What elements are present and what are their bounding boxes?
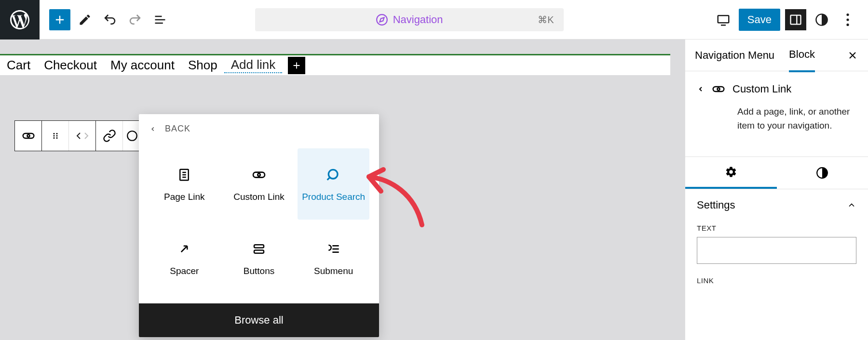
tab-block[interactable]: Block (789, 39, 815, 72)
command-center-label: Navigation (393, 13, 443, 26)
block-product-search[interactable]: Product Search (298, 148, 369, 220)
settings-tab[interactable] (685, 157, 777, 189)
svg-rect-27 (254, 250, 264, 253)
block-breadcrumb[interactable]: Custom Link (697, 82, 856, 96)
styles-button[interactable] (811, 9, 832, 30)
navigation-block[interactable]: Cart Checkout My account Shop Add link (0, 54, 670, 75)
chevrons-icon (75, 131, 90, 141)
command-center-shortcut: ⌘K (538, 14, 554, 26)
svg-point-10 (27, 135, 29, 137)
block-custom-link[interactable]: Custom Link (223, 148, 295, 220)
move-buttons[interactable] (69, 121, 96, 151)
settings-panel-toggle[interactable] (785, 9, 806, 30)
edit-tool-button[interactable] (74, 9, 95, 30)
left-tools (40, 9, 180, 30)
svg-rect-3 (790, 15, 800, 24)
document-overview-button[interactable] (149, 9, 171, 30)
drag-handle[interactable] (42, 121, 69, 151)
nav-item-checkout[interactable]: Checkout (37, 58, 104, 73)
block-toolbar (14, 120, 143, 151)
custom-link-icon (21, 129, 36, 143)
plus-icon (53, 13, 67, 26)
buttons-icon (252, 242, 266, 256)
styles-tab[interactable] (777, 157, 868, 189)
block-label: Buttons (244, 265, 274, 277)
page-icon (177, 168, 191, 182)
block-label: Product Search (302, 191, 365, 203)
chevron-left-icon (149, 126, 156, 132)
block-label: Page Link (164, 191, 205, 203)
submenu-icon (126, 130, 138, 142)
right-tools: Save (713, 9, 868, 31)
sidebar-icon (789, 13, 802, 26)
search-icon (326, 167, 341, 183)
nav-item-account[interactable]: My account (104, 58, 181, 73)
close-sidebar-button[interactable] (847, 50, 858, 61)
svg-point-12 (56, 133, 57, 134)
nav-item-cart[interactable]: Cart (0, 58, 37, 73)
options-menu-button[interactable] (837, 9, 858, 30)
spacer-icon (177, 242, 191, 256)
inserter-back-label: BACK (165, 124, 190, 134)
compass-icon (376, 13, 388, 26)
tab-navigation-menu[interactable]: Navigation Menu (695, 39, 774, 71)
nav-add-link[interactable]: Add link (224, 57, 283, 73)
svg-point-6 (846, 13, 849, 16)
pencil-icon (78, 13, 92, 26)
block-label: Spacer (170, 265, 199, 277)
settings-sidebar: Navigation Menu Block Custom Link Add a … (685, 39, 868, 340)
svg-marker-1 (380, 17, 384, 22)
svg-point-32 (718, 88, 720, 91)
svg-point-14 (56, 135, 57, 137)
svg-point-23 (258, 173, 260, 176)
list-icon (153, 13, 167, 26)
wordpress-icon (8, 8, 31, 31)
svg-rect-2 (718, 15, 729, 23)
contrast-icon (816, 167, 828, 179)
svg-point-16 (56, 137, 57, 139)
text-field-input[interactable] (697, 237, 856, 264)
block-spacer[interactable]: Spacer (149, 222, 220, 294)
nav-item-shop[interactable]: Shop (181, 58, 224, 73)
custom-link-icon (711, 82, 726, 96)
block-type-button[interactable] (15, 121, 42, 151)
nav-append-button[interactable] (288, 57, 305, 74)
undo-icon (103, 13, 117, 27)
desktop-icon (716, 13, 731, 27)
block-label: Submenu (314, 265, 353, 277)
add-block-button[interactable] (49, 9, 70, 30)
redo-button[interactable] (124, 9, 146, 30)
link-icon (103, 129, 116, 143)
svg-point-24 (328, 170, 338, 179)
svg-point-0 (377, 14, 387, 25)
text-field-label: TEXT (697, 224, 856, 232)
settings-panel-toggle[interactable]: Settings (697, 199, 856, 211)
inserter-back-button[interactable]: BACK (139, 114, 379, 144)
undo-button[interactable] (99, 9, 121, 30)
breadcrumb-title: Custom Link (732, 83, 791, 95)
browse-all-button[interactable]: Browse all (139, 303, 379, 337)
close-icon (847, 50, 858, 61)
block-buttons[interactable]: Buttons (223, 222, 295, 294)
svg-rect-26 (254, 245, 264, 248)
view-button[interactable] (713, 9, 734, 30)
svg-line-25 (327, 177, 329, 180)
top-toolbar: Navigation ⌘K Save (0, 0, 868, 39)
settings-panel-title: Settings (697, 199, 735, 211)
block-label: Custom Link (233, 191, 285, 203)
svg-point-7 (846, 18, 849, 21)
command-center[interactable]: Navigation ⌘K (255, 8, 564, 31)
svg-point-13 (53, 135, 54, 137)
block-page-link[interactable]: Page Link (149, 148, 220, 220)
custom-link-icon (251, 167, 267, 183)
gear-icon (725, 166, 737, 178)
contrast-icon (815, 13, 828, 26)
link-button[interactable] (96, 121, 123, 151)
save-button[interactable]: Save (739, 9, 780, 31)
block-submenu[interactable]: Submenu (298, 222, 369, 294)
wordpress-logo-button[interactable] (0, 0, 40, 39)
svg-point-11 (53, 133, 54, 134)
block-inserter-popover: BACK Page Link Custom Link Product Searc… (139, 114, 379, 337)
chevron-left-icon (697, 85, 705, 93)
svg-point-8 (846, 23, 849, 26)
